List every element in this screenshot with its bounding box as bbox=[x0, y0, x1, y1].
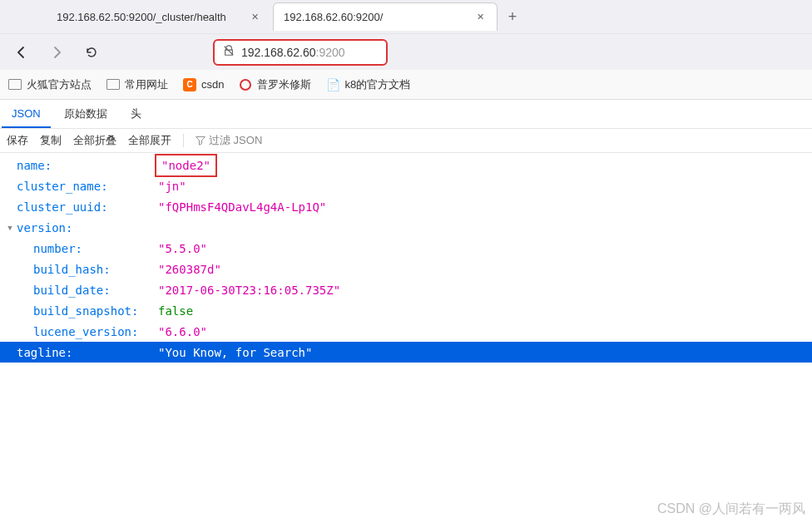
highlight-box: "node2" bbox=[155, 154, 217, 177]
tab-title: 192.168.62.60:9200/ bbox=[284, 11, 467, 23]
json-row-build-hash[interactable]: build_hash: "260387d" bbox=[0, 259, 812, 279]
tab-raw-data[interactable]: 原始数据 bbox=[54, 100, 117, 128]
json-row-tagline[interactable]: tagline: "You Know, for Search" bbox=[0, 342, 812, 363]
bookmark-firefox-official[interactable]: 火狐官方站点 bbox=[8, 77, 92, 92]
close-icon[interactable] bbox=[473, 11, 487, 24]
copy-button[interactable]: 复制 bbox=[40, 133, 62, 148]
tab-headers[interactable]: 头 bbox=[121, 100, 151, 128]
json-row-lucene-version[interactable]: lucene_version: "6.6.0" bbox=[0, 321, 812, 342]
save-button[interactable]: 保存 bbox=[7, 133, 28, 148]
folder-icon bbox=[8, 78, 22, 91]
filter-icon bbox=[196, 136, 205, 146]
prometheus-icon bbox=[239, 78, 252, 91]
browser-tab-bar: 192.168.62.50:9200/_cluster/health 192.1… bbox=[0, 0, 812, 33]
collapse-toggle-icon[interactable] bbox=[5, 218, 15, 238]
tab-inactive[interactable]: 192.168.62.50:9200/_cluster/health bbox=[47, 2, 271, 31]
bookmark-prometheus[interactable]: 普罗米修斯 bbox=[239, 77, 311, 92]
insecure-lock-icon bbox=[223, 45, 235, 59]
csdn-icon: C bbox=[183, 78, 196, 91]
bookmark-label: 常用网址 bbox=[125, 77, 168, 92]
filter-json-input[interactable]: 过滤 JSON bbox=[196, 133, 262, 148]
json-row-name[interactable]: name: "node2" bbox=[0, 155, 812, 175]
expand-all-button[interactable]: 全部展开 bbox=[128, 133, 171, 148]
json-row-build-date[interactable]: build_date: "2017-06-30T23:16:05.735Z" bbox=[0, 279, 812, 300]
bookmark-k8s-docs[interactable]: k8的官方文档 bbox=[326, 77, 410, 92]
bookmark-label: csdn bbox=[201, 78, 224, 91]
separator bbox=[183, 134, 184, 147]
json-row-version[interactable]: version: bbox=[0, 217, 812, 238]
json-row-cluster-uuid[interactable]: cluster_uuid: "fQPHmsF4QDavL4g4A-Lp1Q" bbox=[0, 196, 812, 217]
json-toolbar: 保存 复制 全部折叠 全部展开 过滤 JSON bbox=[0, 128, 812, 153]
bookmark-label: k8的官方文档 bbox=[344, 77, 410, 92]
tab-title: 192.168.62.50:9200/_cluster/health bbox=[57, 11, 241, 23]
tab-active[interactable]: 192.168.62.60:9200/ bbox=[273, 2, 498, 31]
document-icon bbox=[326, 78, 339, 91]
json-viewer: name: "node2" cluster_name: "jn" cluster… bbox=[0, 153, 812, 363]
browser-nav-bar: 192.168.62.60:9200 bbox=[0, 33, 812, 70]
new-tab-button[interactable] bbox=[499, 3, 526, 30]
url-host: 192.168.62.60:9200 bbox=[241, 46, 345, 59]
close-icon[interactable] bbox=[248, 10, 261, 23]
bookmark-csdn[interactable]: C csdn bbox=[183, 78, 224, 91]
url-bar[interactable]: 192.168.62.60:9200 bbox=[213, 39, 388, 66]
back-button[interactable] bbox=[8, 39, 35, 66]
bookmarks-bar: 火狐官方站点 常用网址 C csdn 普罗米修斯 k8的官方文档 bbox=[0, 70, 812, 100]
bookmark-common-urls[interactable]: 常用网址 bbox=[106, 77, 168, 92]
folder-icon bbox=[106, 78, 120, 91]
collapse-all-button[interactable]: 全部折叠 bbox=[73, 133, 116, 148]
reload-button[interactable] bbox=[78, 39, 105, 66]
response-tabs: JSON 原始数据 头 bbox=[0, 100, 812, 128]
json-row-build-snapshot[interactable]: build_snapshot: false bbox=[0, 300, 812, 321]
json-row-cluster-name[interactable]: cluster_name: "jn" bbox=[0, 175, 812, 196]
forward-button bbox=[43, 39, 70, 66]
tab-json[interactable]: JSON bbox=[2, 101, 51, 128]
bookmark-label: 火狐官方站点 bbox=[27, 77, 92, 92]
watermark: CSDN @人间若有一两风 bbox=[657, 501, 805, 518]
bookmark-label: 普罗米修斯 bbox=[257, 77, 311, 92]
json-row-number[interactable]: number: "5.5.0" bbox=[0, 238, 812, 259]
